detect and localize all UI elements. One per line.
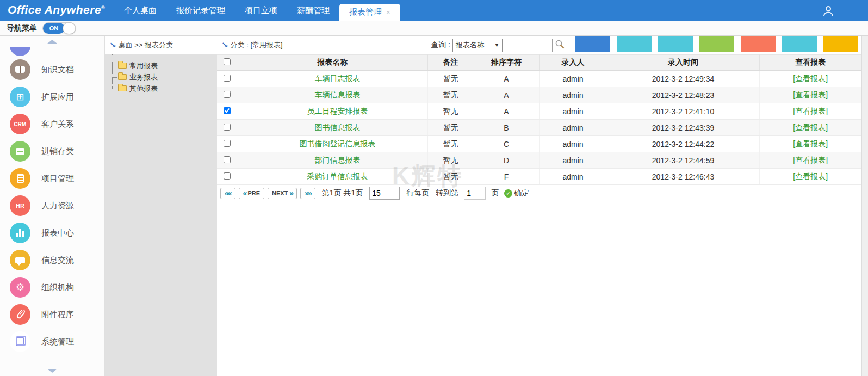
edit-button[interactable]	[699, 36, 734, 52]
tab-label: 报表管理	[349, 7, 382, 17]
report-name-link[interactable]: 采购订单信息报表	[307, 172, 368, 181]
nav-tab[interactable]: 个人桌面	[114, 0, 166, 21]
entered-by-cell: admin	[539, 152, 607, 169]
first-page-button[interactable]: ««	[220, 188, 235, 199]
prev-page-button[interactable]: « PRE	[239, 188, 264, 199]
add-button[interactable]	[658, 36, 693, 52]
view-report-cell: [查看报表]	[759, 87, 861, 103]
message-icon	[10, 250, 30, 270]
row-checkbox[interactable]	[224, 75, 231, 82]
sidebar-item-book[interactable]: 知识文档	[10, 56, 104, 83]
user-account-button[interactable]	[820, 3, 836, 19]
search-button[interactable]	[575, 36, 610, 52]
sidebar-item-inventory[interactable]: 进销存类	[10, 138, 104, 165]
tree-folder-label: 常用报表	[129, 61, 158, 71]
sidebar-item-extension[interactable]: ⊞ 扩展应用	[10, 83, 104, 110]
rows-per-page-input[interactable]	[369, 187, 400, 200]
view-report-link[interactable]: [查看报表]	[793, 74, 828, 83]
tree-folder-item[interactable]: 其他报表	[110, 83, 217, 94]
report-name-link[interactable]: 部门信息报表	[315, 156, 361, 164]
sidebar-item[interactable]	[10, 47, 104, 56]
system-icon	[10, 331, 30, 352]
inventory-icon	[10, 141, 30, 162]
project-icon	[10, 168, 30, 189]
view-report-link[interactable]: [查看报表]	[793, 90, 828, 99]
table-row: 员工日程安排报表 暂无 A admin 2012-3-2 12:41:10 [查…	[217, 103, 861, 120]
export-button[interactable]	[782, 36, 817, 52]
row-checkbox[interactable]	[224, 91, 231, 98]
magnifier-button[interactable]	[555, 39, 565, 51]
note-cell: 暂无	[427, 71, 474, 87]
note-cell: 暂无	[427, 152, 474, 169]
delete-button[interactable]	[741, 36, 776, 52]
entry-time-cell: 2012-3-2 12:49:34	[607, 71, 759, 87]
tree-folder-item[interactable]: 业务报表	[110, 71, 217, 83]
sidebar-item-report-center[interactable]: 报表中心	[10, 219, 104, 246]
corner-arrow-icon: ↘	[109, 40, 116, 50]
corner-arrow-icon: ↘	[221, 40, 228, 50]
report-name-link[interactable]: 图书信息报表	[315, 123, 361, 132]
row-checkbox[interactable]	[224, 107, 231, 114]
entry-time-cell: 2012-3-2 12:43:39	[607, 120, 759, 136]
view-report-link[interactable]: [查看报表]	[793, 156, 828, 164]
tree-folder-label: 业务报表	[129, 72, 158, 82]
row-checkbox[interactable]	[224, 172, 231, 180]
table-row: 车辆信息报表 暂无 A admin 2012-3-2 12:48:23 [查看报…	[217, 87, 861, 103]
row-checkbox[interactable]	[224, 124, 231, 131]
row-checkbox[interactable]	[224, 140, 231, 147]
chevron-left-icon: «	[243, 189, 246, 197]
search-input[interactable]	[503, 39, 553, 52]
view-report-link[interactable]: [查看报表]	[793, 123, 828, 132]
row-checkbox[interactable]	[224, 156, 231, 163]
report-name-cell: 车辆信息报表	[238, 87, 427, 103]
last-page-button[interactable]: »»	[300, 188, 315, 199]
col-report-name: 报表名称	[238, 55, 427, 71]
view-report-link[interactable]: [查看报表]	[793, 107, 828, 115]
select-all-checkbox[interactable]	[224, 58, 231, 65]
goto-page-input[interactable]	[464, 187, 486, 200]
nav-tab[interactable]: 报表管理 ×	[339, 4, 400, 21]
sub-bar: 导航菜单 ON	[0, 21, 868, 36]
nav-menu-toggle[interactable]: ON	[42, 22, 76, 34]
nav-tab[interactable]: 报价记录管理	[166, 0, 235, 21]
back-button[interactable]	[823, 36, 858, 52]
tab-label: 薪酬管理	[297, 5, 330, 16]
sort-char-cell: D	[474, 152, 539, 169]
report-name-link[interactable]: 图书借阅登记信息报表	[300, 139, 376, 148]
sidebar-scroll-down[interactable]	[0, 365, 104, 376]
chevron-right-icon: »	[289, 189, 293, 197]
report-name-link[interactable]: 员工日程安排报表	[307, 107, 368, 115]
sidebar-item-system[interactable]: 系统管理	[10, 328, 104, 355]
category-tree: 常用报表 业务报表 其他报表	[105, 54, 217, 376]
toggle-knob[interactable]	[63, 22, 76, 34]
category-tree-panel: ↘ 桌面 >> 报表分类 常用报表 业务报表 其他报表	[105, 36, 217, 376]
tree-folder-item[interactable]: 常用报表	[110, 60, 217, 71]
report-name-link[interactable]: 车辆日志报表	[315, 74, 361, 83]
sidebar-item-label: 进销存类	[41, 146, 74, 157]
scrollbar-track[interactable]	[861, 36, 868, 376]
rows-per-page-suffix: 行每页	[406, 188, 429, 198]
sidebar-item-project[interactable]: 项目管理	[10, 165, 104, 192]
sidebar-scroll-up[interactable]	[0, 36, 104, 47]
sidebar-item-org[interactable]: ⚙ 组织机构	[10, 274, 104, 301]
close-icon[interactable]: ×	[386, 9, 390, 16]
sidebar-item-hr[interactable]: HR 人力资源	[10, 192, 104, 219]
report-name-link[interactable]: 车辆信息报表	[315, 90, 361, 99]
tab-label: 报价记录管理	[176, 5, 225, 16]
sidebar-item-message[interactable]: 信息交流	[10, 246, 104, 274]
next-page-button[interactable]: NEXT »	[268, 188, 297, 199]
nav-tab[interactable]: 项目立项	[235, 0, 287, 21]
search-label: 查询 :	[431, 40, 450, 50]
nav-tab[interactable]: 薪酬管理	[287, 0, 339, 21]
search-field-select[interactable]: 报表名称 ▼	[452, 39, 503, 52]
tab-label: 项目立项	[245, 5, 277, 16]
report-name-cell: 员工日程安排报表	[238, 103, 427, 120]
confirm-button[interactable]: ✓ 确定	[504, 188, 529, 198]
sidebar-item-attachment[interactable]: 附件程序	[10, 301, 104, 328]
find-in-results-button[interactable]	[617, 36, 652, 52]
org-icon: ⚙	[10, 277, 30, 298]
report-name-cell: 车辆日志报表	[238, 71, 427, 87]
view-report-link[interactable]: [查看报表]	[793, 139, 828, 148]
sidebar-item-crm[interactable]: CRM 客户关系	[10, 110, 104, 138]
view-report-link[interactable]: [查看报表]	[793, 172, 828, 181]
